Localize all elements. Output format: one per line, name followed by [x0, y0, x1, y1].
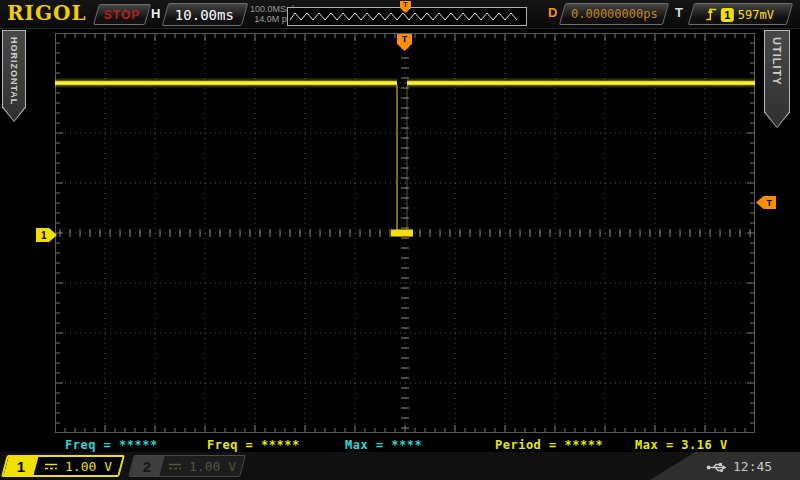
measurement-max-ch2: Max = **** [345, 438, 422, 452]
measurement-freq-ch1: Freq = ***** [207, 438, 300, 452]
channel1-ground-marker[interactable]: 1 [36, 228, 57, 242]
trigger-label: T [675, 5, 683, 20]
edge-trigger-icon [706, 7, 717, 22]
dc-coupling-icon [44, 462, 58, 471]
measurement-max-ch1: Max = 3.16 V [635, 438, 728, 452]
oscilloscope-screen: RIGOL STOP H 10.00ms 100.0MSa/s 14.0M pt… [0, 0, 800, 480]
run-state-label: STOP [104, 8, 140, 22]
measurement-freq-ch2: Freq = ***** [65, 438, 158, 452]
channel1-number-tab: 1 [4, 457, 39, 475]
clock: 12:45 [733, 459, 772, 474]
trigger-delay-box[interactable]: 0.00000000ps [559, 3, 669, 25]
channel2-status-box[interactable]: 2 1.00 V [128, 455, 246, 477]
sidebar-tab-horizontal[interactable]: HORIZONTAL [2, 30, 26, 122]
horizontal-label: H [151, 6, 160, 21]
run-state-indicator: STOP [93, 4, 151, 25]
trigger-settings-box[interactable]: 1 597mV [688, 3, 793, 25]
utility-tab-label: UTILITY [771, 31, 783, 86]
sidebar-tab-utility[interactable]: UTILITY [764, 30, 790, 128]
measurement-period-ch1: Period = ***** [495, 438, 603, 452]
top-status-bar: RIGOL STOP H 10.00ms 100.0MSa/s 14.0M pt… [0, 0, 800, 29]
dc-coupling-icon [168, 462, 182, 471]
usb-icon [706, 461, 728, 474]
channel1-scale: 1.00 V [65, 459, 112, 474]
timebase-box[interactable]: 10.00ms [162, 3, 249, 26]
graticule [55, 33, 755, 433]
channel2-scale: 1.00 V [189, 459, 236, 474]
trigger-delay-value: 0.00000000ps [571, 7, 658, 21]
horizontal-tab-label: HORIZONTAL [9, 31, 19, 105]
trigger-level-marker[interactable]: T [756, 196, 776, 209]
delay-label: D [548, 5, 557, 20]
rigol-logo: RIGOL [7, 1, 87, 25]
channel1-status-box[interactable]: 1 1.00 V [1, 455, 125, 477]
trigger-source-badge: 1 [721, 7, 734, 21]
channel2-number-tab: 2 [129, 456, 164, 476]
trigger-level-value: 597mV [738, 7, 774, 21]
timebase-value: 10.00ms [175, 7, 234, 23]
channel-status-bar: 1 1.00 V 2 1.00 V [0, 452, 800, 480]
